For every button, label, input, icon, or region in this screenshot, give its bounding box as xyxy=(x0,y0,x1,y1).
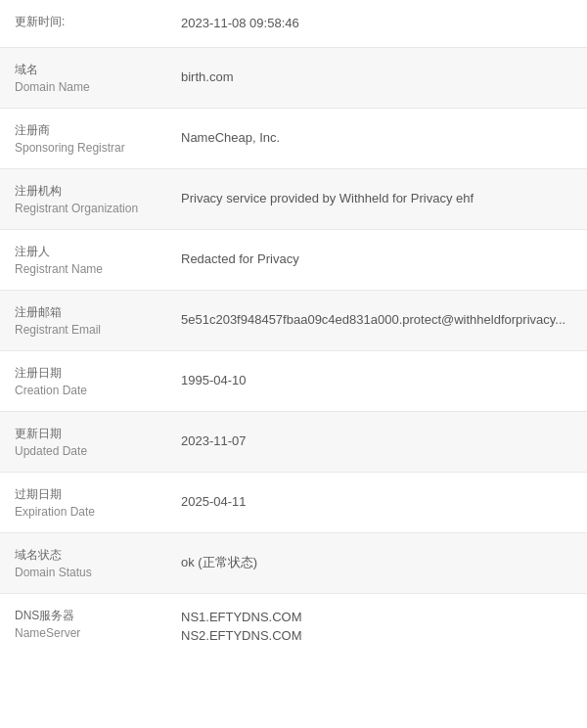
label-en-nameserver: NameServer xyxy=(15,626,159,640)
label-zh-update-time: 更新时间: xyxy=(15,14,159,30)
value-text-nameserver: NS1.EFTYDNS.COMNS2.EFTYDNS.COM xyxy=(181,608,302,646)
whois-row-domain-status: 域名状态Domain Statusok (正常状态) xyxy=(0,533,587,594)
value-nameserver: NS1.EFTYDNS.COMNS2.EFTYDNS.COM xyxy=(171,594,587,660)
label-zh-updated-date: 更新日期 xyxy=(15,426,159,442)
label-en-domain-status: Domain Status xyxy=(15,566,159,579)
value-registrant-email: 5e51c203f948457fbaa09c4ed831a000.protect… xyxy=(171,291,587,350)
label-registrar: 注册商Sponsoring Registrar xyxy=(0,109,171,168)
label-updated-date: 更新日期Updated Date xyxy=(0,412,171,472)
value-updated-date: 2023-11-07 xyxy=(171,412,587,472)
label-registrant-org: 注册机构Registrant Organization xyxy=(0,169,171,229)
label-en-registrant-email: Registrant Email xyxy=(15,323,159,337)
label-en-expiration-date: Expiration Date xyxy=(15,505,159,519)
whois-row-registrant-org: 注册机构Registrant OrganizationPrivacy servi… xyxy=(0,169,587,230)
whois-row-updated-date: 更新日期Updated Date2023-11-07 xyxy=(0,412,587,473)
value-text-expiration-date: 2025-04-11 xyxy=(181,492,247,512)
value-registrant-org: Privacy service provided by Withheld for… xyxy=(171,169,587,229)
label-registrant-name: 注册人Registrant Name xyxy=(0,230,171,290)
whois-row-registrant-email: 注册邮箱Registrant Email5e51c203f948457fbaa0… xyxy=(0,291,587,351)
label-en-updated-date: Updated Date xyxy=(15,444,159,458)
label-zh-domain-status: 域名状态 xyxy=(15,547,159,564)
label-nameserver: DNS服务器NameServer xyxy=(0,594,171,660)
label-zh-expiration-date: 过期日期 xyxy=(15,486,159,503)
label-en-registrar: Sponsoring Registrar xyxy=(15,141,159,155)
label-zh-registrar: 注册商 xyxy=(15,122,159,139)
value-text-registrant-email: 5e51c203f948457fbaa09c4ed831a000.protect… xyxy=(181,310,565,330)
whois-row-update-time: 更新时间:2023-11-08 09:58:46 xyxy=(0,0,587,48)
label-zh-creation-date: 注册日期 xyxy=(15,365,159,382)
label-zh-domain-name: 域名 xyxy=(15,62,159,78)
whois-row-registrant-name: 注册人Registrant NameRedacted for Privacy xyxy=(0,230,587,291)
whois-row-registrar: 注册商Sponsoring RegistrarNameCheap, Inc. xyxy=(0,109,587,169)
label-en-registrant-org: Registrant Organization xyxy=(15,202,159,215)
value-expiration-date: 2025-04-11 xyxy=(171,473,587,532)
value-text-registrant-name: Redacted for Privacy xyxy=(181,250,299,269)
whois-row-expiration-date: 过期日期Expiration Date2025-04-11 xyxy=(0,473,587,533)
value-registrar: NameCheap, Inc. xyxy=(171,109,587,168)
whois-row-creation-date: 注册日期Creation Date1995-04-10 xyxy=(0,351,587,412)
value-text-registrant-org: Privacy service provided by Withheld for… xyxy=(181,189,474,208)
label-en-creation-date: Creation Date xyxy=(15,384,159,397)
label-zh-registrant-email: 注册邮箱 xyxy=(15,304,159,321)
value-domain-name: birth.com xyxy=(171,48,587,108)
label-zh-registrant-name: 注册人 xyxy=(15,244,159,260)
value-text-domain-name: birth.com xyxy=(181,68,233,87)
value-text-registrar: NameCheap, Inc. xyxy=(181,128,280,148)
value-registrant-name: Redacted for Privacy xyxy=(171,230,587,290)
value-creation-date: 1995-04-10 xyxy=(171,351,587,411)
label-domain-status: 域名状态Domain Status xyxy=(0,533,171,593)
label-zh-registrant-org: 注册机构 xyxy=(15,183,159,200)
whois-row-nameserver: DNS服务器NameServerNS1.EFTYDNS.COMNS2.EFTYD… xyxy=(0,594,587,660)
whois-table: 更新时间:2023-11-08 09:58:46域名Domain Namebir… xyxy=(0,0,587,660)
value-text-domain-status: ok (正常状态) xyxy=(181,553,257,572)
label-zh-nameserver: DNS服务器 xyxy=(15,608,159,624)
label-domain-name: 域名Domain Name xyxy=(0,48,171,108)
value-text-updated-date: 2023-11-07 xyxy=(181,432,247,451)
label-registrant-email: 注册邮箱Registrant Email xyxy=(0,291,171,350)
whois-row-domain-name: 域名Domain Namebirth.com xyxy=(0,48,587,109)
label-en-domain-name: Domain Name xyxy=(15,80,159,94)
value-domain-status: ok (正常状态) xyxy=(171,533,587,593)
value-text-update-time: 2023-11-08 09:58:46 xyxy=(181,14,299,33)
label-expiration-date: 过期日期Expiration Date xyxy=(0,473,171,532)
label-update-time: 更新时间: xyxy=(0,0,171,47)
value-update-time: 2023-11-08 09:58:46 xyxy=(171,0,587,47)
value-text-creation-date: 1995-04-10 xyxy=(181,371,247,390)
label-creation-date: 注册日期Creation Date xyxy=(0,351,171,411)
label-en-registrant-name: Registrant Name xyxy=(15,262,159,276)
